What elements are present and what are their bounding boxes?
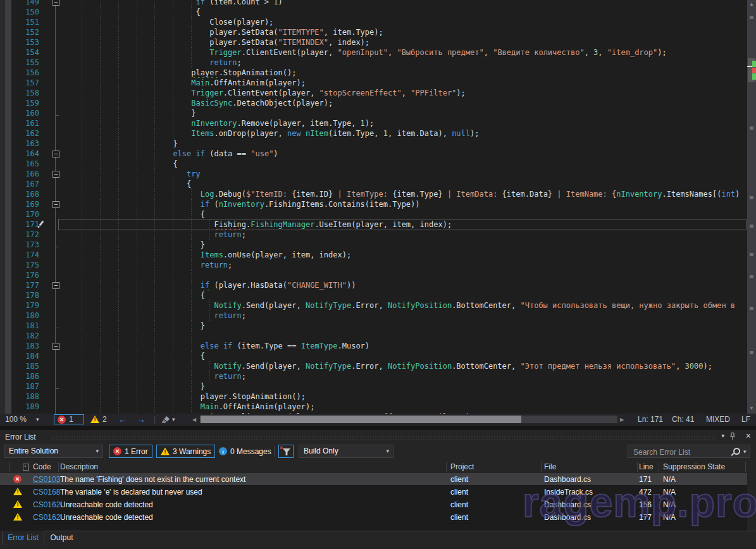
code-line[interactable]: 176 [0, 270, 747, 280]
close-icon[interactable]: × [746, 431, 751, 441]
code-line[interactable]: 183else if (item.Type == ItemType.Musor) [0, 341, 747, 351]
error-code-link[interactable]: CS0103 [33, 473, 60, 486]
clean-errors-caret-icon[interactable]: ▾ [172, 414, 175, 426]
code-line[interactable]: 170{ [0, 209, 747, 219]
errors-filter-button[interactable]: × 1 Error [109, 445, 152, 458]
code-line[interactable]: 154Trigger.ClientEvent(player, "openInpu… [0, 47, 747, 58]
collapse-region-icon[interactable] [53, 282, 59, 289]
error-count-button[interactable]: × 1 [54, 414, 84, 424]
error-row[interactable]: !CS0162Unreachable code detectedclientDa… [0, 511, 747, 524]
tab-error-list[interactable]: Error List [2, 531, 44, 545]
fold-margin[interactable] [51, 392, 61, 402]
fold-margin[interactable] [51, 209, 61, 219]
column-header-suppression[interactable]: Suppression State [663, 460, 725, 473]
panel-drag-grip[interactable] [51, 435, 717, 441]
fold-margin[interactable] [51, 199, 61, 209]
fold-margin[interactable] [51, 169, 61, 179]
fold-margin[interactable] [51, 68, 61, 78]
collapse-region-icon[interactable] [53, 0, 59, 6]
code-line[interactable]: 186return; [0, 371, 747, 381]
code-line[interactable]: 166try [0, 169, 747, 179]
fold-margin[interactable] [51, 351, 61, 361]
fold-margin[interactable] [51, 139, 61, 149]
column-header-file[interactable]: File [544, 460, 556, 473]
column-header-code[interactable]: Code [33, 460, 51, 473]
fold-margin[interactable] [51, 149, 61, 159]
fold-margin[interactable] [51, 230, 61, 240]
code-line[interactable]: 169if (nInventory.FishingItems.Contains(… [0, 199, 747, 209]
column-header-description[interactable]: Description [60, 460, 98, 473]
code-line[interactable]: 189Main.OffAntiAnim(player); [0, 402, 747, 412]
scroll-up-icon[interactable]: ▲ [747, 1, 756, 8]
code-line[interactable]: 174Items.onUse(player, item, index); [0, 250, 747, 260]
scope-dropdown[interactable]: Entire Solution ▾ [4, 445, 103, 458]
panel-splitter[interactable] [0, 426, 756, 430]
error-row[interactable]: !CS0162Unreachable code detectedclientDa… [0, 498, 747, 511]
fold-margin[interactable] [51, 311, 61, 321]
code-line[interactable]: 164else if (data == "use") [0, 149, 747, 159]
fold-margin[interactable] [51, 361, 61, 371]
code-line[interactable]: 153player.SetData("ITEMINDEX", index); [0, 37, 747, 47]
fold-margin[interactable] [51, 321, 61, 331]
warning-count-button[interactable]: ! 2 [90, 414, 107, 424]
fold-margin[interactable] [51, 189, 61, 199]
code-line[interactable]: 185Notify.Send(player, NotifyType.Error,… [0, 361, 747, 371]
navigate-back-icon[interactable]: ← [118, 414, 127, 426]
fold-margin[interactable] [51, 270, 61, 280]
code-editor[interactable]: 149if (item.Count > 1)150{151Close(playe… [0, 0, 756, 414]
fold-margin[interactable] [51, 341, 61, 351]
fold-margin[interactable] [51, 37, 61, 47]
fold-margin[interactable] [51, 78, 61, 88]
code-line[interactable]: 158Trigger.ClientEvent(player, "stopScre… [0, 88, 747, 98]
code-line[interactable]: 157Main.OffAntiAnim(player); [0, 78, 747, 88]
fold-margin[interactable] [51, 260, 61, 270]
code-line[interactable]: 151Close(player); [0, 17, 747, 27]
column-header-project[interactable]: Project [450, 460, 474, 473]
code-line[interactable]: 178{ [0, 290, 747, 300]
fold-margin[interactable] [51, 219, 61, 230]
fold-margin[interactable] [51, 47, 61, 58]
fold-margin[interactable] [51, 159, 61, 169]
code-line[interactable]: 188player.StopAnimation(); [0, 392, 747, 402]
tab-output[interactable]: Output [44, 531, 79, 545]
hscroll-right-icon[interactable]: ▶ [620, 414, 624, 426]
fold-margin[interactable] [51, 118, 61, 128]
fold-margin[interactable] [51, 300, 61, 311]
code-line[interactable]: 175return; [0, 260, 747, 270]
fold-margin[interactable] [51, 331, 61, 341]
fold-margin[interactable] [51, 108, 61, 118]
error-code-link[interactable]: CS0162 [33, 511, 60, 524]
search-error-list-box[interactable]: ▾ [628, 445, 750, 458]
search-options-caret-icon[interactable]: ▾ [743, 446, 747, 458]
code-line[interactable]: 168Log.Debug($"ItemID: {item.ID} | ItemT… [0, 189, 747, 199]
fold-margin[interactable] [51, 27, 61, 37]
collapse-region-icon[interactable] [53, 171, 59, 178]
fold-margin[interactable] [51, 290, 61, 300]
editor-vertical-scrollbar[interactable]: ▲ ▼ [747, 0, 756, 414]
zoom-level-select[interactable]: 100 % [5, 414, 27, 426]
fold-margin[interactable] [51, 0, 61, 7]
fold-margin[interactable] [51, 128, 61, 139]
error-code-link[interactable]: CS0162 [33, 498, 60, 511]
code-line[interactable]: 181} [0, 321, 747, 331]
fold-margin[interactable] [51, 371, 61, 381]
severity-column-icon[interactable] [23, 464, 28, 471]
clear-filters-button[interactable]: × [278, 445, 294, 458]
collapse-region-icon[interactable] [53, 343, 59, 350]
code-line[interactable]: 182 [0, 331, 747, 341]
fold-margin[interactable] [51, 58, 61, 68]
code-line[interactable]: 165{ [0, 159, 747, 169]
fold-margin[interactable] [51, 402, 61, 412]
code-line[interactable]: 152player.SetData("ITEMTYPE", item.Type)… [0, 27, 747, 37]
code-line[interactable]: 171Fishing.FishingManager.UseItem(player… [0, 219, 747, 230]
code-line[interactable]: 159BasicSync.DetachObject(player); [0, 98, 747, 108]
fold-margin[interactable] [51, 179, 61, 189]
fold-margin[interactable] [51, 17, 61, 27]
code-line[interactable]: 184{ [0, 351, 747, 361]
error-row[interactable]: !CS0168The variable 'e' is declared but … [0, 486, 747, 498]
horizontal-scrollbar-thumb[interactable] [201, 416, 521, 423]
code-line[interactable]: 180return; [0, 311, 747, 321]
fold-margin[interactable] [51, 381, 61, 392]
error-code-link[interactable]: CS0168 [33, 486, 60, 498]
fold-margin[interactable] [51, 88, 61, 98]
